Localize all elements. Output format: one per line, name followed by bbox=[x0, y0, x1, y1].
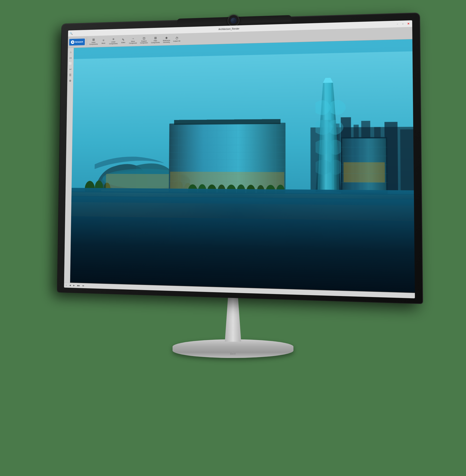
status-next[interactable]: ▶▶ bbox=[77, 284, 80, 287]
reference-geometry-label: ReferenceGeometry bbox=[163, 40, 170, 44]
main-content bbox=[70, 39, 415, 293]
linear-components-label: LinearComponents bbox=[109, 41, 118, 45]
move-component-icon: → bbox=[131, 37, 134, 40]
render-scene bbox=[70, 39, 415, 293]
filter-components-icon: ⊞ bbox=[154, 36, 157, 40]
instant-3d-icon: ⏱ bbox=[175, 36, 179, 40]
toolbar-insert-components[interactable]: ⊞ InsertComponents bbox=[88, 36, 99, 47]
status-home[interactable]: ⌂ bbox=[66, 284, 67, 286]
insert-components-icon: ⊞ bbox=[92, 38, 95, 42]
move-component-label: MoveComponent bbox=[129, 40, 137, 44]
toolbar-mesh[interactable]: ⌗ Mesh bbox=[100, 36, 107, 46]
svg-rect-58 bbox=[343, 162, 385, 182]
monitor-stand-base: Dell bbox=[173, 339, 293, 358]
minimize-button[interactable]: − bbox=[395, 22, 399, 26]
status-play[interactable]: ▶ bbox=[73, 284, 75, 287]
toolbar-linear-components[interactable]: ≡ LinearComponents bbox=[108, 36, 119, 46]
monitor-body: 🔍 Architecture_Render − + ✕ ◉ RENDER ⊞ I… bbox=[58, 13, 422, 304]
close-button[interactable]: ✕ bbox=[406, 22, 410, 26]
webcam-bar bbox=[177, 15, 291, 25]
sidebar-item-folder[interactable]: ▭ bbox=[68, 55, 73, 60]
toolbar-instant-3d[interactable]: ⏱ Instant 3D bbox=[172, 34, 182, 45]
webcam bbox=[227, 14, 239, 26]
render-logo-icon: ◉ bbox=[71, 40, 74, 44]
mesh-label: Mesh bbox=[102, 42, 105, 44]
status-end[interactable]: ⏭ bbox=[82, 285, 84, 287]
reference-geometry-icon: ◈ bbox=[165, 36, 168, 40]
editor-label: Editor bbox=[121, 42, 125, 44]
window-controls: − + ✕ bbox=[395, 22, 410, 26]
mesh-icon: ⌗ bbox=[103, 38, 105, 42]
expand-component-label: ExpandComponent bbox=[140, 40, 148, 44]
status-prev[interactable]: ◀ bbox=[69, 284, 71, 286]
filter-components-label: FilterComponents bbox=[151, 40, 160, 44]
toolbar-filter-components[interactable]: ⊞ FilterComponents bbox=[150, 35, 161, 45]
toolbar-reference-geometry[interactable]: ◈ ReferenceGeometry bbox=[162, 34, 172, 45]
sidebar-item-document[interactable]: ☰ bbox=[68, 72, 73, 77]
sidebar-item-settings[interactable]: ⚙ bbox=[68, 78, 73, 83]
editor-icon: ✎ bbox=[122, 38, 125, 42]
toolbar-divider-1 bbox=[87, 38, 87, 45]
toolbar-editor[interactable]: ✎ Editor bbox=[119, 35, 127, 46]
search-icon[interactable]: 🔍 bbox=[70, 32, 74, 35]
water bbox=[70, 188, 415, 293]
insert-components-label: InsertComponents bbox=[89, 42, 98, 45]
screen: 🔍 Architecture_Render − + ✕ ◉ RENDER ⊞ I… bbox=[64, 20, 415, 298]
monitor-wrapper: 🔍 Architecture_Render − + ✕ ◉ RENDER ⊞ I… bbox=[47, 17, 419, 459]
svg-rect-41 bbox=[174, 119, 281, 125]
toolbar-move-component[interactable]: → MoveComponent bbox=[128, 35, 138, 45]
expand-component-icon: ⊡ bbox=[143, 36, 146, 40]
sidebar-item-undo[interactable]: ↩ bbox=[68, 67, 72, 72]
maximize-button[interactable]: + bbox=[401, 22, 405, 26]
instant-3d-label: Instant 3D bbox=[173, 40, 180, 42]
sidebar-item-layers[interactable]: ⬜ bbox=[68, 61, 73, 66]
svg-rect-9 bbox=[400, 129, 414, 190]
webcam-lens bbox=[230, 17, 237, 24]
sidebar-item-home[interactable]: ⌂ bbox=[68, 50, 73, 55]
monitor-stand-neck bbox=[217, 295, 249, 342]
toolbar-expand-component[interactable]: ⊡ ExpandComponent bbox=[139, 35, 149, 45]
linear-components-icon: ≡ bbox=[113, 37, 114, 41]
render-logo-text: RENDER bbox=[75, 41, 83, 43]
dell-logo: Dell bbox=[230, 352, 236, 355]
render-logo: ◉ RENDER bbox=[69, 38, 85, 45]
